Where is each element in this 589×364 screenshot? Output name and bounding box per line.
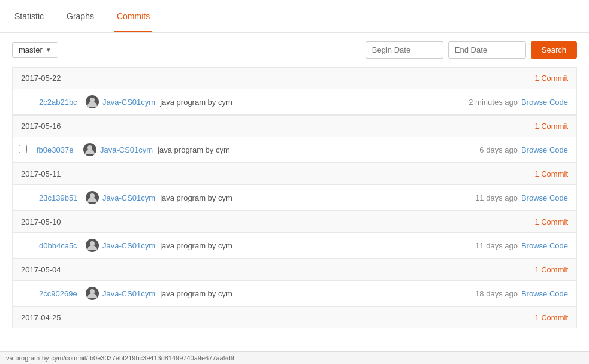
commit-group-2: 2017-05-111 Commit23c139b51 Java-CS01cym…: [12, 163, 577, 211]
commit-hash[interactable]: 23c139b51: [39, 193, 81, 202]
commit-author[interactable]: Java-CS01cym: [102, 98, 155, 107]
nav-tabs: StatisticGraphsCommits: [0, 0, 589, 33]
commit-time: 18 days ago: [475, 289, 518, 298]
commit-time: 6 days ago: [479, 145, 518, 154]
browse-code-link[interactable]: Browse Code: [521, 145, 568, 154]
commit-meta: 18 days agoBrowse Code: [475, 289, 568, 298]
commit-message: java program by cym: [158, 145, 479, 154]
chevron-down-icon: ▼: [46, 47, 52, 53]
commit-message: java program by cym: [160, 193, 475, 202]
date-header: 2017-05-041 Commit: [12, 259, 577, 280]
commit-author[interactable]: Java-CS01cym: [100, 145, 153, 154]
commit-hash[interactable]: fb0e3037e: [37, 145, 78, 154]
toolbar: master ▼ Search: [0, 33, 589, 67]
date-label: 2017-05-10: [21, 217, 61, 226]
commit-hash[interactable]: d0bb4ca5c: [39, 241, 81, 250]
checkbox-area: [19, 145, 33, 155]
commit-checkbox[interactable]: [19, 145, 27, 153]
branch-selector[interactable]: master ▼: [12, 42, 58, 58]
commit-row: 2cc90269e Java-CS01cymjava program by cy…: [12, 280, 577, 307]
commit-group-5: 2017-04-251 Commit: [12, 307, 577, 328]
commit-meta: 6 days agoBrowse Code: [479, 145, 568, 154]
commit-hash[interactable]: 2c2ab21bc: [39, 98, 81, 107]
svg-point-1: [87, 145, 92, 150]
date-header: 2017-04-251 Commit: [12, 307, 577, 328]
commit-count-badge: 1 Commit: [534, 313, 568, 322]
commit-count-badge: 1 Commit: [534, 122, 568, 131]
browse-code-link[interactable]: Browse Code: [521, 241, 568, 250]
avatar: [86, 95, 99, 108]
commit-count-badge: 1 Commit: [534, 169, 568, 178]
commit-time: 2 minutes ago: [469, 98, 518, 107]
commit-time: 11 days ago: [475, 241, 518, 250]
nav-tab-commits[interactable]: Commits: [114, 1, 152, 32]
browse-code-link[interactable]: Browse Code: [521, 289, 568, 298]
avatar: [83, 143, 96, 156]
nav-tab-graphs[interactable]: Graphs: [64, 0, 96, 32]
date-label: 2017-05-16: [21, 122, 61, 131]
browse-code-link[interactable]: Browse Code: [521, 193, 568, 202]
commit-row: fb0e3037e Java-CS01cymjava program by cy…: [12, 136, 577, 163]
date-header: 2017-05-111 Commit: [12, 163, 577, 184]
commit-list: 2017-05-221 Commit2c2ab21bc Java-CS01cym…: [12, 67, 577, 328]
date-label: 2017-05-11: [21, 169, 61, 178]
commit-group-4: 2017-05-041 Commit2cc90269e Java-CS01cym…: [12, 259, 577, 307]
commit-count-badge: 1 Commit: [534, 74, 568, 83]
commit-group-0: 2017-05-221 Commit2c2ab21bc Java-CS01cym…: [12, 67, 577, 115]
date-label: 2017-04-25: [21, 313, 61, 322]
svg-point-2: [90, 193, 95, 198]
date-header: 2017-05-161 Commit: [12, 115, 577, 136]
search-button[interactable]: Search: [531, 41, 577, 59]
svg-point-4: [90, 289, 95, 294]
commit-author[interactable]: Java-CS01cym: [102, 289, 155, 298]
commit-time: 11 days ago: [475, 193, 518, 202]
begin-date-input[interactable]: [366, 41, 443, 59]
commit-group-1: 2017-05-161 Commitfb0e3037e Java-CS01cym…: [12, 115, 577, 163]
commit-message: java program by cym: [160, 289, 475, 298]
svg-point-3: [90, 241, 95, 246]
avatar: [86, 239, 99, 252]
avatar: [86, 287, 99, 300]
nav-tab-statistic[interactable]: Statistic: [12, 0, 46, 32]
commit-row: 2c2ab21bc Java-CS01cymjava program by cy…: [12, 89, 577, 115]
date-label: 2017-05-22: [21, 74, 61, 83]
browse-code-link[interactable]: Browse Code: [521, 98, 568, 107]
end-date-input[interactable]: [448, 41, 526, 59]
date-header: 2017-05-221 Commit: [12, 67, 577, 89]
commit-message: java program by cym: [160, 98, 469, 107]
commit-meta: 11 days agoBrowse Code: [475, 193, 568, 202]
commit-row: 23c139b51 Java-CS01cymjava program by cy…: [12, 184, 577, 211]
commit-meta: 11 days agoBrowse Code: [475, 241, 568, 250]
commit-meta: 2 minutes agoBrowse Code: [469, 98, 568, 107]
commit-author[interactable]: Java-CS01cym: [102, 193, 155, 202]
date-label: 2017-05-04: [21, 265, 61, 274]
avatar: [86, 191, 99, 204]
svg-point-0: [90, 98, 95, 102]
commit-count-badge: 1 Commit: [534, 265, 568, 274]
commit-hash[interactable]: 2cc90269e: [39, 289, 81, 298]
commit-row: d0bb4ca5c Java-CS01cymjava program by cy…: [12, 232, 577, 259]
commit-author[interactable]: Java-CS01cym: [102, 241, 155, 250]
commit-message: java program by cym: [160, 241, 475, 250]
commit-group-3: 2017-05-101 Commitd0bb4ca5c Java-CS01cym…: [12, 211, 577, 259]
commit-count-badge: 1 Commit: [534, 217, 568, 226]
branch-label: master: [19, 46, 43, 54]
date-filter-group: Search: [366, 41, 577, 59]
date-header: 2017-05-101 Commit: [12, 211, 577, 232]
